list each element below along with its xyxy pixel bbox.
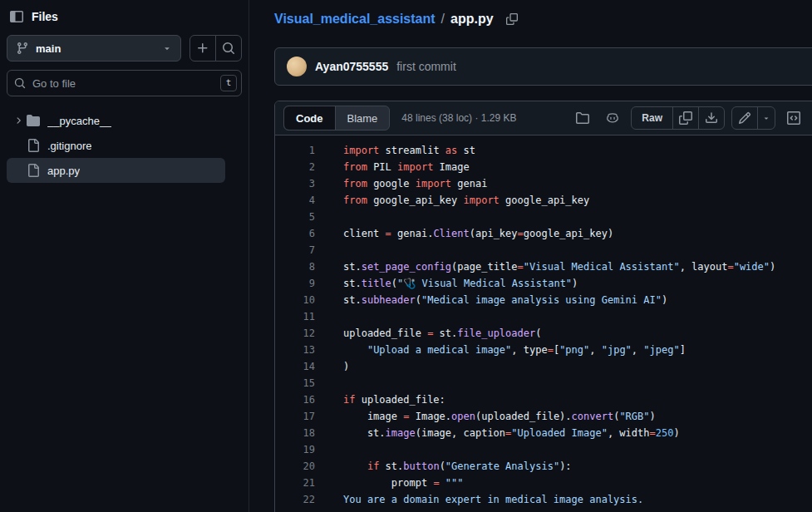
plus-icon <box>196 42 209 55</box>
tab-blame[interactable]: Blame <box>336 106 390 130</box>
download-icon <box>705 111 718 125</box>
pencil-icon <box>738 111 751 125</box>
commit-author[interactable]: Ayan0755555 <box>315 60 388 73</box>
code-line: 21 prompt = """ <box>275 475 812 491</box>
file-icon <box>27 139 40 152</box>
code-view: 1 import streamlit as st 2 from PIL impo… <box>275 135 812 508</box>
copilot-button[interactable] <box>601 106 624 130</box>
line-content: st.subheader("Medical image analysis usi… <box>315 292 667 308</box>
directory-button[interactable] <box>571 106 594 130</box>
line-number[interactable]: 21 <box>275 475 315 491</box>
go-to-file: t <box>7 70 242 96</box>
go-to-file-shortcut-key: t <box>220 75 237 91</box>
line-number[interactable]: 4 <box>275 192 315 209</box>
line-number[interactable]: 14 <box>275 358 315 375</box>
line-number[interactable]: 9 <box>275 275 315 292</box>
line-number[interactable]: 8 <box>275 258 315 275</box>
line-content: ) <box>315 358 349 375</box>
code-line: 22 You are a domain expert in medical im… <box>275 491 812 508</box>
search-icon <box>14 77 26 89</box>
latest-commit-bar: Ayan0755555 first commit <box>274 47 812 86</box>
code-line: 16 if uploaded_file: <box>275 391 812 408</box>
breadcrumb-separator: / <box>441 12 445 27</box>
line-number[interactable]: 12 <box>275 325 315 342</box>
search-repo-button[interactable] <box>215 35 242 62</box>
raw-button[interactable]: Raw <box>632 107 672 129</box>
line-number[interactable]: 15 <box>275 375 315 391</box>
line-content <box>315 209 343 225</box>
code-line: 4 from google_api_key import google_api_… <box>275 192 812 209</box>
add-file-button[interactable] <box>189 35 216 62</box>
copy-path-button[interactable] <box>504 12 519 27</box>
branch-selector[interactable]: main <box>7 35 181 62</box>
code-line: 12 uploaded_file = st.file_uploader( <box>275 325 812 342</box>
file-meta: 48 lines (38 loc) · 1.29 KB <box>401 112 516 124</box>
line-number[interactable]: 20 <box>275 458 315 475</box>
line-number[interactable]: 19 <box>275 441 315 458</box>
line-number[interactable]: 17 <box>275 408 315 425</box>
line-content: if uploaded_file: <box>315 391 445 408</box>
line-number[interactable]: 10 <box>275 292 315 308</box>
line-number[interactable]: 2 <box>275 159 315 175</box>
folder-outline-icon <box>576 111 589 125</box>
code-line: 20 if st.button("Generate Analysis"): <box>275 458 812 475</box>
sidebar-header: Files <box>7 0 242 35</box>
line-number[interactable]: 5 <box>275 209 315 225</box>
copy-file-button[interactable] <box>672 107 698 129</box>
raw-actions-group: Raw <box>631 106 725 130</box>
line-number[interactable]: 6 <box>275 225 315 242</box>
code-line: 18 st.image(image, caption="Uploaded Ima… <box>275 425 812 441</box>
code-line: 10 st.subheader("Medical image analysis … <box>275 292 812 308</box>
search-icon <box>222 42 235 55</box>
tree-item[interactable]: __pycache__ <box>7 108 225 133</box>
file-tree-sidebar: Files main t __pycache__ .gitignore <box>0 0 249 512</box>
symbols-panel-button[interactable] <box>782 106 805 130</box>
code-square-icon <box>787 111 800 125</box>
line-content: import streamlit as st <box>315 142 475 159</box>
line-number[interactable]: 7 <box>275 242 315 258</box>
line-number[interactable]: 3 <box>275 175 315 192</box>
line-number[interactable]: 13 <box>275 342 315 358</box>
line-content: uploaded_file = st.file_uploader( <box>315 325 541 342</box>
tree-item-label: app.py <box>47 165 80 177</box>
file-actions: Raw <box>571 106 805 130</box>
copilot-icon <box>606 111 619 125</box>
commit-message[interactable]: first commit <box>396 60 456 73</box>
code-line: 8 st.set_page_config(page_title="Visual … <box>275 258 812 275</box>
line-number[interactable]: 1 <box>275 142 315 159</box>
chevron-right-icon <box>13 116 23 126</box>
triangle-down-icon <box>762 114 770 122</box>
code-line: 9 st.title("🩺 Visual Medical Assistant") <box>275 275 812 292</box>
code-blame-switch: Code Blame <box>283 106 390 130</box>
code-line: 6 client = genai.Client(api_key=google_a… <box>275 225 812 242</box>
line-content: image = Image.open(uploaded_file).conver… <box>315 408 656 425</box>
line-number[interactable]: 22 <box>275 491 315 508</box>
tab-code[interactable]: Code <box>284 106 336 130</box>
edit-actions-group <box>731 106 775 130</box>
code-line: 1 import streamlit as st <box>275 142 812 159</box>
code-line: 13 "Upload a medical image", type=["png"… <box>275 342 812 358</box>
code-line: 5 <box>275 209 812 225</box>
edit-file-button[interactable] <box>732 107 757 129</box>
tree-item[interactable]: .gitignore <box>7 133 225 158</box>
sidebar-title: Files <box>32 10 58 23</box>
line-content: if st.button("Generate Analysis"): <box>315 458 572 475</box>
edit-dropdown-button[interactable] <box>757 107 775 129</box>
avatar[interactable] <box>287 57 307 76</box>
code-line: 19 <box>275 441 812 458</box>
line-content: You are a domain expert in medical image… <box>315 491 643 508</box>
go-to-file-input[interactable] <box>7 70 242 96</box>
copy-icon <box>506 13 518 25</box>
line-number[interactable]: 11 <box>275 308 315 325</box>
line-number[interactable]: 16 <box>275 391 315 408</box>
file-header: Code Blame 48 lines (38 loc) · 1.29 KB R… <box>275 101 812 135</box>
line-content <box>315 308 343 325</box>
line-number[interactable]: 18 <box>275 425 315 441</box>
code-line: 15 <box>275 375 812 391</box>
download-raw-button[interactable] <box>698 107 724 129</box>
line-content: "Upload a medical image", type=["png", "… <box>315 342 686 358</box>
breadcrumb-repo-link[interactable]: Visual_medical_assistant <box>274 12 436 27</box>
tree-item[interactable]: app.py <box>7 158 225 183</box>
collapse-file-tree-button[interactable] <box>10 10 23 23</box>
code-line: 14 ) <box>275 358 812 375</box>
